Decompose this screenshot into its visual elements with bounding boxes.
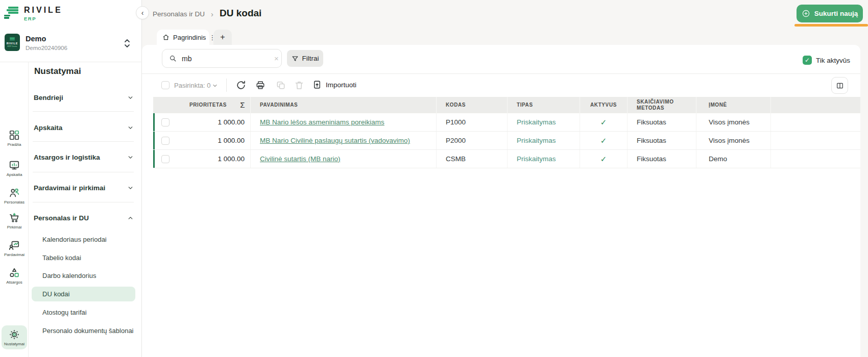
workspace-code: Demo20240906: [26, 45, 67, 51]
print-icon[interactable]: [255, 80, 266, 90]
cell-tipas: Priskaitymas: [508, 132, 580, 149]
avatar-brand-name: RIVILE: [7, 42, 18, 45]
select-all-checkbox[interactable]: [161, 81, 170, 89]
rail-label: Atsargos: [6, 280, 22, 285]
chevron-down-icon: [127, 185, 134, 191]
row-checkbox[interactable]: [161, 137, 170, 145]
divider: [226, 79, 227, 92]
trash-icon[interactable]: [294, 80, 304, 90]
sidebar: RIVILE ERP RIVILE ERP Demo Demo Demo2024…: [0, 0, 142, 357]
clear-search-icon[interactable]: ×: [274, 54, 279, 63]
rivile-logo-icon: [4, 7, 19, 19]
nav-item-atostogu-tarifai[interactable]: Atostogų tarifai: [42, 309, 87, 316]
cell-empty: [771, 150, 860, 168]
nav-section-atsargos-ir-logistika[interactable]: Atsargos ir logistika: [34, 151, 134, 163]
nav-section-bendrieji[interactable]: Bendrieji: [34, 92, 134, 103]
chevron-down-icon: [127, 124, 134, 131]
page-title: DU kodai: [220, 8, 261, 19]
people-icon: [9, 187, 20, 198]
active-check-icon: ✓: [600, 155, 607, 164]
chevron-down-icon[interactable]: [212, 83, 218, 89]
rail-label: Pardavimai: [4, 252, 25, 257]
sum-icon[interactable]: Σ: [240, 100, 245, 110]
rail-item-atsargos[interactable]: Atsargos: [2, 267, 27, 285]
nav-item-personalo-dokumentu-sablonai[interactable]: Personalo dokumentų šablonai: [42, 327, 134, 335]
rail-item-apskaita[interactable]: Apskaita: [2, 160, 27, 177]
divider: [33, 141, 134, 142]
rail-label: Pradžia: [7, 142, 21, 147]
column-header-prioritetas[interactable]: PRIORITETAS Σ: [153, 97, 251, 113]
nav-item-darbo-kalendorius[interactable]: Darbo kalendorius: [42, 272, 97, 279]
new-tab-button[interactable]: +: [213, 30, 232, 45]
chevron-updown-icon[interactable]: [124, 38, 131, 48]
row-accent-bar: [153, 150, 155, 168]
only-active-toggle[interactable]: ✓ Tik aktyvūs: [803, 56, 850, 65]
breadcrumb-separator-icon: ›: [211, 10, 213, 18]
rail-item-pradzia[interactable]: Pradžia: [2, 130, 27, 147]
rail-item-pirkimai[interactable]: Pirkimai: [2, 212, 27, 230]
cell-kodas: CSMB: [437, 150, 508, 168]
rail-item-nustatymai[interactable]: Nustatymai: [2, 325, 27, 349]
nav-section-personalas-ir-du[interactable]: Personalas ir DU: [34, 212, 134, 223]
gear-icon: [9, 329, 20, 340]
nav-item-kalendoriaus-periodai[interactable]: Kalendoriaus periodai: [42, 236, 107, 243]
cell-prioritetas: 1 000.00: [218, 118, 245, 126]
column-settings-button[interactable]: [831, 77, 848, 94]
column-header-kodas[interactable]: KODAS: [437, 97, 508, 113]
cell-empty: [771, 113, 860, 131]
rail-item-pardavimai[interactable]: Pardavimai: [2, 240, 27, 257]
checkbox-checked-icon[interactable]: ✓: [803, 56, 812, 65]
search-box: ×: [162, 49, 282, 68]
column-header-pavadinimas[interactable]: PAVADINIMAS: [251, 97, 437, 113]
sales-screen-icon: [9, 240, 20, 251]
cell-prioritetas: 1 000.00: [218, 137, 245, 144]
rail-label: Apskaita: [7, 172, 22, 177]
row-link[interactable]: Civilinė sutartis (MB nario): [260, 155, 341, 163]
nav-panel-title: Nustatymai: [34, 66, 81, 76]
copy-icon[interactable]: [276, 80, 286, 90]
column-header-empty: [771, 97, 860, 113]
cell-imone: Visos įmonės: [696, 113, 771, 131]
cell-kodas: P2000: [437, 132, 508, 149]
refresh-icon[interactable]: [236, 80, 246, 90]
nav-section-pardavimai-ir-pirkimai[interactable]: Pardavimai ir pirkimai: [34, 182, 134, 193]
selected-count-label[interactable]: Pasirinkta: 0: [174, 82, 211, 89]
cell-metodas: Fiksuotas: [628, 150, 696, 168]
row-checkbox[interactable]: [161, 118, 170, 126]
nav-item-du-kodai[interactable]: DU kodai: [42, 290, 69, 298]
search-icon: [169, 55, 177, 62]
cell-imone: Demo: [696, 150, 771, 168]
table-toolbar: Pasirinkta: 0 Importuoti: [142, 74, 860, 97]
breadcrumb-parent[interactable]: Personalas ir DU: [153, 10, 205, 18]
column-header-tipas[interactable]: TIPAS: [508, 97, 580, 113]
row-link[interactable]: MB Nario lėšos asmeniniams poreikiams: [260, 118, 384, 126]
table-row[interactable]: 1 000.00 MB Nario lėšos asmeniniams pore…: [153, 113, 860, 132]
nav-item-tabelio-kodai[interactable]: Tabelio kodai: [42, 254, 81, 262]
row-link[interactable]: MB Nario Civilinė paslaugų sutartis (vad…: [260, 137, 410, 144]
column-header-skaiciavimo-metodas[interactable]: SKAIČIAVIMO METODAS: [628, 97, 696, 113]
sidebar-collapse-button[interactable]: ‹: [136, 6, 149, 19]
cell-tipas: Priskaitymas: [508, 113, 580, 131]
table-row[interactable]: 1 000.00 MB Nario Civilinė paslaugų suta…: [153, 132, 860, 150]
import-button[interactable]: Importuoti: [312, 80, 356, 89]
search-input[interactable]: [182, 55, 274, 63]
plus-icon: +: [220, 33, 225, 42]
workspace-selector[interactable]: RIVILE ERP Demo Demo Demo20240906: [4, 33, 138, 55]
column-header-imone[interactable]: ĮMONĖ: [696, 97, 771, 113]
plus-circle-icon: [802, 9, 810, 18]
row-checkbox[interactable]: [161, 155, 170, 163]
nav-section-apskaita[interactable]: Apskaita: [34, 122, 134, 133]
dashboard-icon: [9, 130, 20, 141]
divider: [33, 172, 134, 172]
tab-pagrindinis[interactable]: Pagrindinis ⋮: [157, 30, 209, 45]
rail-item-personalas[interactable]: Personalas: [2, 187, 27, 205]
table-row[interactable]: 1 000.00 Civilinė sutartis (MB nario) CS…: [153, 150, 860, 168]
funnel-icon: [292, 55, 299, 62]
chevron-up-icon: [127, 215, 134, 221]
create-new-button[interactable]: Sukurti naują: [797, 5, 863, 22]
column-header-aktyvus[interactable]: AKTYVUS: [580, 97, 628, 113]
rail-label: Pirkimai: [7, 225, 21, 230]
cell-metodas: Fiksuotas: [628, 113, 696, 131]
filters-button[interactable]: Filtrai: [287, 50, 323, 67]
cell-prioritetas: 1 000.00: [218, 155, 245, 163]
